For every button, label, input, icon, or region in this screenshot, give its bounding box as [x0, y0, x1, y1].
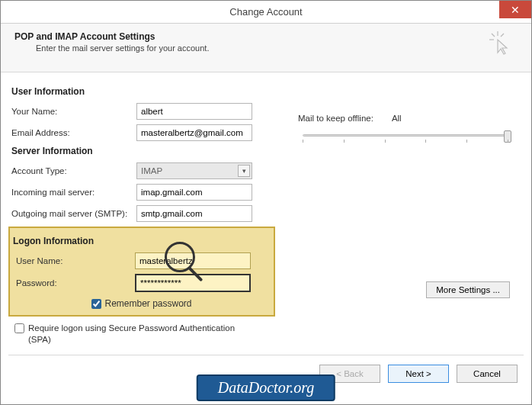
row-email: Email Address: — [8, 124, 275, 141]
label-password: Password: — [16, 278, 135, 288]
right-column: Mail to keep offline: All More Settings … — [298, 83, 524, 346]
incoming-server-input[interactable] — [136, 184, 252, 201]
label-email: Email Address: — [11, 128, 136, 137]
slider-ticks — [303, 140, 508, 143]
label-spa: Require logon using Secure Password Auth… — [28, 323, 258, 346]
chevron-down-icon: ▾ — [238, 165, 250, 177]
mail-keep-slider[interactable] — [298, 129, 513, 144]
row-password: Password: — [13, 274, 271, 292]
header-band: POP and IMAP Account Settings Enter the … — [1, 24, 531, 72]
account-type-value: IMAP — [141, 166, 162, 175]
header-subtitle: Enter the mail server settings for your … — [36, 43, 209, 53]
section-user-info: User Information — [11, 86, 275, 97]
row-outgoing: Outgoing mail server (SMTP): — [8, 205, 275, 222]
label-remember: Remember password — [104, 298, 191, 309]
password-input[interactable] — [135, 274, 251, 292]
watermark: DataDoctor.org — [197, 374, 335, 401]
row-incoming: Incoming mail server: — [8, 184, 275, 201]
logon-highlight-box: Logon Information User Name: Password: R… — [8, 227, 275, 317]
slider-line — [303, 134, 508, 137]
content-area: User Information Your Name: Email Addres… — [1, 72, 531, 352]
next-button[interactable]: Next > — [388, 365, 449, 383]
window-title: Change Account — [229, 6, 302, 18]
close-icon: ✕ — [511, 4, 520, 16]
cancel-button[interactable]: Cancel — [457, 365, 518, 383]
outgoing-server-input[interactable] — [136, 205, 252, 222]
email-input[interactable] — [136, 124, 252, 141]
svg-line-2 — [492, 34, 495, 37]
svg-line-3 — [501, 34, 504, 37]
label-mail-keep: Mail to keep offline: — [298, 114, 373, 123]
spa-checkbox[interactable] — [14, 323, 24, 333]
label-username: User Name: — [16, 256, 135, 265]
header-title: POP and IMAP Account Settings — [14, 31, 209, 42]
username-input[interactable] — [135, 252, 251, 269]
row-account-type: Account Type: IMAP ▾ — [8, 162, 275, 179]
mail-keep-value: All — [392, 114, 402, 123]
account-type-select[interactable]: IMAP ▾ — [136, 162, 252, 179]
remember-password-checkbox[interactable] — [91, 299, 101, 309]
label-outgoing: Outgoing mail server (SMTP): — [11, 209, 136, 218]
your-name-input[interactable] — [136, 103, 252, 120]
close-button[interactable]: ✕ — [499, 1, 531, 18]
more-settings-button[interactable]: More Settings ... — [426, 281, 510, 298]
row-your-name: Your Name: — [8, 103, 275, 120]
label-your-name: Your Name: — [11, 107, 136, 116]
section-server-info: Server Information — [11, 146, 275, 156]
cursor-icon — [487, 30, 510, 61]
label-incoming: Incoming mail server: — [11, 188, 136, 197]
row-username: User Name: — [13, 252, 271, 269]
mail-keep-row: Mail to keep offline: All — [298, 114, 513, 123]
change-account-window: Change Account ✕ POP and IMAP Account Se… — [0, 0, 532, 405]
row-spa: Require logon using Secure Password Auth… — [14, 323, 258, 346]
row-remember: Remember password — [13, 298, 271, 309]
label-account-type: Account Type: — [11, 166, 136, 175]
titlebar: Change Account ✕ — [1, 1, 531, 24]
left-column: User Information Your Name: Email Addres… — [8, 83, 275, 346]
section-logon-info: Logon Information — [13, 236, 271, 246]
